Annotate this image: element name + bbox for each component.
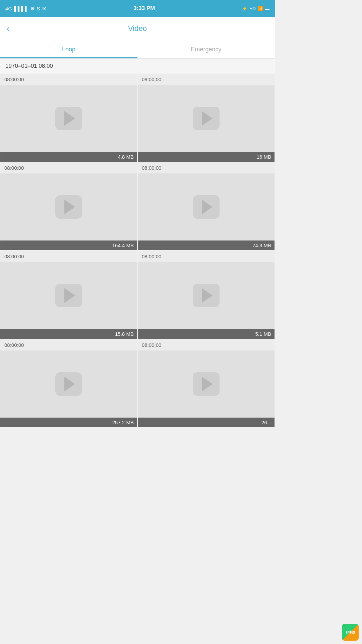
wechat-icon: ⊕ (31, 5, 35, 11)
message-icon: ✉ (42, 5, 47, 11)
date-header: 1970–01–01 08:00 (0, 59, 275, 73)
hd-label: HD (249, 6, 256, 11)
video-timestamp-6: 08:00:00 (0, 339, 137, 351)
status-time: 3:33 PM (133, 5, 155, 12)
play-button-3[interactable] (193, 195, 220, 219)
sim-icon: S (37, 6, 40, 11)
video-timestamp-3: 08:00:00 (138, 162, 275, 173)
video-timestamp-4: 08:00:00 (0, 251, 137, 262)
video-item-3[interactable]: 08:00:00 74.3 MB (137, 162, 275, 251)
page-title: Video (128, 24, 147, 33)
video-thumbnail-2[interactable] (0, 173, 137, 240)
video-thumbnail-6[interactable] (0, 351, 137, 418)
video-item-6[interactable]: 08:00:00 257.2 MB (0, 339, 137, 428)
video-size-5: 5.1 MB (138, 329, 275, 339)
back-button[interactable]: ‹ (7, 24, 10, 33)
status-right: ⚡ HD 📶 ▬ (242, 6, 269, 11)
play-triangle-5 (202, 288, 213, 303)
video-item-1[interactable]: 08:00:00 16 MB (137, 73, 275, 162)
play-triangle-7 (202, 377, 213, 391)
video-item-7[interactable]: 08:00:00 26... (137, 339, 275, 428)
video-thumbnail-3[interactable] (138, 173, 275, 240)
video-thumbnail-7[interactable] (138, 351, 275, 418)
video-size-7: 26... (138, 418, 275, 427)
video-size-3: 74.3 MB (138, 240, 275, 250)
battery-icon: ▬ (265, 6, 269, 11)
video-thumbnail-5[interactable] (138, 262, 275, 329)
play-triangle-0 (64, 111, 75, 126)
play-button-6[interactable] (55, 372, 82, 396)
wifi-icon: 📶 (258, 6, 263, 11)
charging-icon: ⚡ (242, 6, 247, 11)
video-size-0: 4.8 MB (0, 152, 137, 162)
play-triangle-6 (64, 377, 75, 391)
signal-bars: ▌▌▌▌ (14, 6, 28, 11)
tab-emergency[interactable]: Emergency (137, 40, 275, 58)
video-item-5[interactable]: 08:00:00 5.1 MB (137, 251, 275, 339)
play-button-7[interactable] (193, 372, 220, 396)
video-size-2: 164.4 MB (0, 240, 137, 250)
tab-loop[interactable]: Loop (0, 40, 137, 58)
video-thumbnail-1[interactable] (138, 85, 275, 152)
video-timestamp-1: 08:00:00 (138, 74, 275, 85)
video-item-2[interactable]: 08:00:00 164.4 MB (0, 162, 137, 251)
video-timestamp-7: 08:00:00 (138, 339, 275, 351)
video-timestamp-2: 08:00:00 (0, 162, 137, 173)
video-size-1: 16 MB (138, 152, 275, 162)
network-indicator: 4G (5, 6, 12, 11)
video-thumbnail-4[interactable] (0, 262, 137, 329)
play-button-1[interactable] (193, 107, 220, 130)
play-button-0[interactable] (55, 107, 82, 130)
tabs-container: Loop Emergency (0, 40, 275, 59)
play-triangle-2 (64, 200, 75, 214)
video-timestamp-0: 08:00:00 (0, 74, 137, 85)
play-button-2[interactable] (55, 195, 82, 219)
play-button-4[interactable] (55, 284, 82, 307)
status-bar: 4G ▌▌▌▌ ⊕ S ✉ 3:33 PM ⚡ HD 📶 ▬ (0, 0, 275, 17)
video-item-4[interactable]: 08:00:00 15.8 MB (0, 251, 137, 339)
video-grid: 08:00:00 4.8 MB 08:00:00 16 MB 08:00:00 … (0, 73, 275, 428)
play-triangle-4 (64, 288, 75, 303)
video-thumbnail-0[interactable] (0, 85, 137, 152)
video-size-4: 15.8 MB (0, 329, 137, 339)
play-button-5[interactable] (193, 284, 220, 307)
video-timestamp-5: 08:00:00 (138, 251, 275, 262)
video-size-6: 257.2 MB (0, 418, 137, 427)
play-triangle-1 (202, 111, 213, 126)
status-left: 4G ▌▌▌▌ ⊕ S ✉ (5, 5, 47, 11)
header: ‹ Video (0, 17, 275, 40)
video-item-0[interactable]: 08:00:00 4.8 MB (0, 73, 137, 162)
play-triangle-3 (202, 200, 213, 214)
